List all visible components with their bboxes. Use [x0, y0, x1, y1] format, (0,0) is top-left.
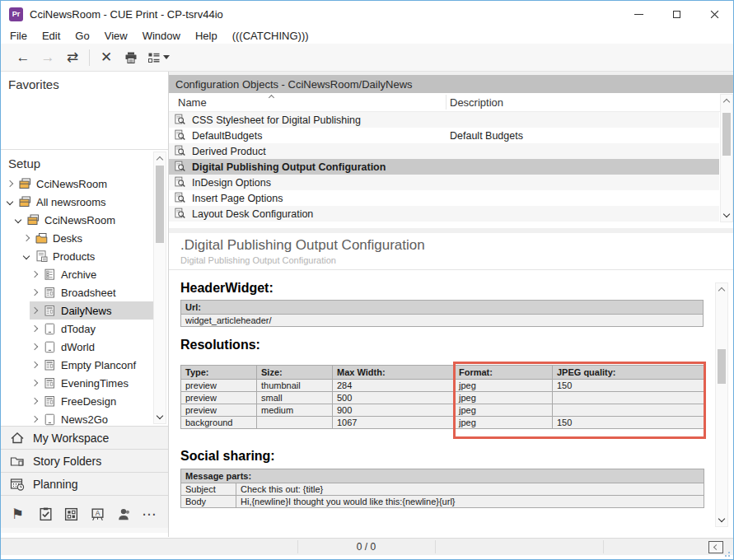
switch-button[interactable]: ⇄	[60, 45, 85, 70]
chevron-right-icon[interactable]	[31, 362, 38, 368]
more-button[interactable]: ⋯	[142, 506, 168, 523]
forward-icon: →	[41, 49, 55, 65]
chevron-down-icon[interactable]	[23, 253, 30, 259]
panel-my-workspace[interactable]: My Workspace	[1, 426, 168, 449]
message-parts-header: Message parts:	[181, 469, 704, 483]
object-row-layout-desk-configuration[interactable]: Layout Desk Configuration	[169, 206, 719, 222]
print-button[interactable]	[119, 45, 143, 70]
chevron-right-icon[interactable]	[7, 180, 13, 187]
config-object-icon	[174, 145, 186, 157]
panel-planning[interactable]: Planning	[1, 472, 168, 495]
object-row-css-stylesheet[interactable]: CSS Stylesheet for Digital Publishing	[169, 112, 719, 128]
object-row-digital-publishing-output[interactable]: Digital Publishing Output Configuration	[169, 159, 719, 175]
tree-item-empty-planconf[interactable]: Empty Planconf	[1, 356, 153, 374]
tree-item-dworld[interactable]: dWorld	[1, 338, 153, 356]
object-row-defaultbudgets[interactable]: DefaultBudgetsDefault Budgets	[169, 128, 719, 143]
chevron-down-icon[interactable]	[7, 198, 13, 205]
chevron-right-icon[interactable]	[31, 271, 38, 278]
tree-item-desks[interactable]: Desks	[1, 229, 153, 247]
url-header-cell: Url:	[181, 301, 704, 315]
tree-item-dtoday[interactable]: dToday	[1, 320, 153, 338]
view-mode-button[interactable]	[143, 50, 173, 65]
menu-go[interactable]: Go	[68, 30, 96, 42]
chevron-right-icon[interactable]	[31, 398, 38, 404]
minimize-button[interactable]	[619, 1, 657, 27]
delete-button[interactable]: ✕	[94, 45, 119, 70]
tree-item-eveningtimes[interactable]: EveningTimes	[1, 374, 153, 392]
scroll-down-icon[interactable]	[723, 211, 730, 217]
back-button[interactable]: ←	[11, 45, 35, 70]
resolution-row: previewsmall500jpeg	[181, 392, 704, 404]
scrollbar-thumb[interactable]	[722, 113, 731, 156]
menu-window[interactable]: Window	[135, 30, 188, 42]
setup-label[interactable]: Setup	[1, 151, 168, 170]
archive-icon	[43, 268, 57, 282]
back-icon: ←	[16, 49, 30, 65]
menu-edit[interactable]: Edit	[35, 30, 68, 42]
config-object-icon	[174, 192, 186, 204]
chevron-down-icon[interactable]	[15, 217, 21, 223]
tree-item-ccinewsroom[interactable]: CciNewsRoom	[1, 211, 153, 229]
printer-icon	[124, 50, 138, 65]
chevron-right-icon[interactable]	[23, 235, 30, 241]
menu-catching[interactable]: (((CATCHING)))	[225, 30, 316, 42]
chevron-right-icon[interactable]	[31, 289, 38, 296]
chevron-right-icon[interactable]	[31, 416, 38, 422]
newsroom-stack-icon	[26, 213, 40, 227]
close-button[interactable]	[695, 1, 733, 27]
scroll-down-icon[interactable]	[157, 413, 163, 419]
users-button[interactable]	[116, 506, 143, 522]
chevron-right-icon[interactable]	[31, 307, 38, 314]
scroll-down-icon[interactable]	[718, 516, 725, 522]
maximize-button[interactable]	[657, 1, 695, 27]
object-row-derived-product[interactable]: Derived Product	[169, 143, 719, 159]
toolbar: ← → ⇄ ✕	[1, 44, 733, 72]
favorites-panel[interactable]: Favorites	[1, 72, 168, 150]
toolbar-separator	[89, 49, 90, 66]
scrollbar-thumb[interactable]	[156, 166, 164, 243]
scroll-up-icon[interactable]	[723, 99, 730, 105]
setup-scrollbar[interactable]	[153, 152, 166, 424]
detail-title: .Digital Publishing Output Configuration	[180, 237, 425, 254]
status-divider	[603, 540, 604, 553]
column-name[interactable]: Name	[178, 96, 207, 109]
tree-item-freedesign[interactable]: FreeDesign	[1, 392, 153, 410]
status-back-button[interactable]	[708, 541, 723, 553]
chevron-right-icon[interactable]	[31, 325, 38, 332]
menu-file[interactable]: File	[2, 30, 35, 42]
detail-scrollbar[interactable]	[715, 282, 728, 527]
planning-calendar-icon	[10, 477, 25, 492]
panel-story-folders[interactable]: Story Folders	[1, 449, 168, 472]
forward-button[interactable]: →	[35, 45, 60, 70]
artwork-button[interactable]: A	[90, 506, 116, 522]
window-controls	[619, 1, 733, 27]
sidebar-filler	[1, 528, 168, 533]
resize-grip[interactable]	[728, 555, 730, 557]
column-description[interactable]: Description	[450, 96, 503, 109]
scrollbar-thumb[interactable]	[718, 349, 726, 384]
newspaper-icon	[43, 376, 57, 390]
config-object-icon	[174, 161, 186, 173]
scroll-up-icon[interactable]	[718, 287, 725, 294]
tasks-button[interactable]	[38, 506, 64, 522]
tree-item-archive[interactable]: Archive	[1, 265, 153, 283]
tree-item-all-newsrooms[interactable]: All newsrooms	[1, 193, 153, 211]
scroll-up-icon[interactable]	[157, 156, 163, 163]
budgets-button[interactable]	[63, 506, 90, 522]
objects-scrollbar[interactable]	[720, 94, 733, 222]
menu-view[interactable]: View	[97, 30, 135, 42]
tree-item-ccinewsroom-top[interactable]: CciNewsRoom	[1, 175, 153, 193]
tree-item-dailynews[interactable]: DailyNews	[1, 301, 153, 320]
sidebar-panels: My Workspace Story Folders	[1, 426, 168, 533]
chevron-right-icon[interactable]	[31, 343, 38, 350]
sidebar: Favorites Setup CciNewsRoom All newsroom…	[1, 72, 169, 537]
object-row-insert-page-options[interactable]: Insert Page Options	[169, 190, 719, 206]
column-divider[interactable]	[446, 95, 446, 110]
menu-help[interactable]: Help	[188, 30, 225, 42]
object-row-indesign-options[interactable]: InDesign Options	[169, 175, 719, 190]
resolutions-table: Type: Size: Max Width: Format: JPEG qual…	[180, 365, 704, 429]
tree-item-products[interactable]: Products	[1, 247, 153, 265]
chevron-right-icon[interactable]	[31, 380, 38, 386]
tree-item-broadsheet[interactable]: Broadsheet	[1, 283, 153, 301]
flags-button[interactable]: ⚑	[12, 506, 38, 523]
